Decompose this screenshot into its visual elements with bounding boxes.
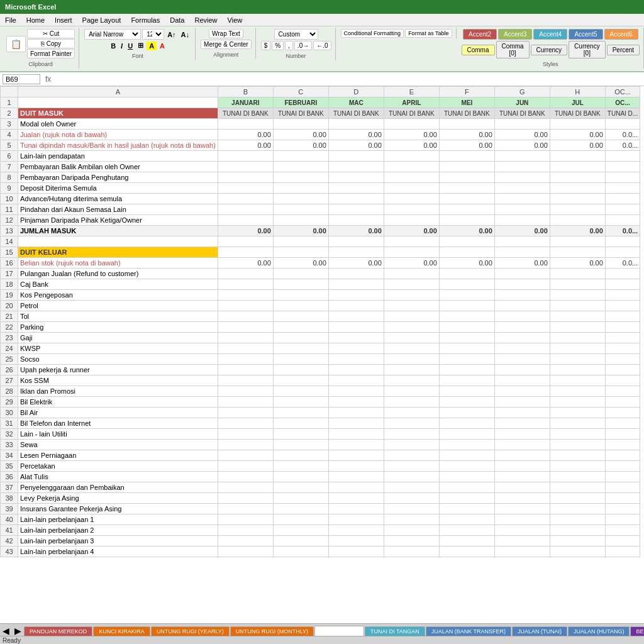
cell-a15[interactable]: DUIT KELUAR — [18, 247, 218, 258]
col-header-e[interactable]: E — [384, 87, 439, 97]
col-header-c[interactable]: C — [273, 87, 328, 97]
cell-b6[interactable] — [218, 151, 273, 162]
col-header-i[interactable]: OC... — [605, 87, 640, 97]
cell-c3[interactable] — [273, 119, 328, 130]
merge-center-btn[interactable]: Merge & Center — [201, 40, 252, 49]
cell-a2-header[interactable]: DUIT MASUK — [18, 108, 218, 119]
cell-d3[interactable] — [328, 119, 384, 130]
cell-i13[interactable]: 0.0... — [605, 226, 640, 236]
accent5-btn[interactable]: Accent5 — [569, 29, 602, 40]
cell-f2-sub[interactable]: TUNAI DI BANK — [439, 108, 494, 119]
conditional-formatting-btn[interactable]: Conditional Formatting — [341, 29, 404, 38]
spreadsheet-container[interactable]: A B C D E F G H OC... 1 JANUARI FEBRUARI… — [0, 86, 644, 623]
col-header-g[interactable]: G — [494, 87, 550, 97]
cell-f5[interactable]: 0.00 — [439, 140, 494, 151]
cell-i3[interactable] — [605, 119, 640, 130]
cell-b4[interactable]: 0.00 — [218, 130, 273, 140]
tab-tunai-di-tangan[interactable]: TUNAI DI TANGAN — [365, 626, 425, 636]
accent4-btn[interactable]: Accent4 — [533, 29, 567, 40]
cell-g4[interactable]: 0.00 — [494, 130, 550, 140]
cell-a9[interactable]: Deposit Diterima Semula — [18, 183, 218, 194]
cell-i2-sub[interactable]: TUNAI D... — [605, 108, 640, 119]
cell-e1-month[interactable]: APRIL — [384, 97, 439, 108]
italic-btn[interactable]: I — [119, 42, 125, 50]
cell-f16[interactable]: 0.00 — [439, 258, 494, 269]
decrease-decimal-btn[interactable]: ←.0 — [313, 41, 331, 50]
wrap-text-btn[interactable]: Wrap Text — [209, 29, 243, 38]
cell-c16[interactable]: 0.00 — [273, 258, 328, 269]
cell-g13[interactable]: 0.00 — [494, 226, 550, 236]
cell-b1-month[interactable]: JANUARI — [218, 97, 273, 108]
cell-h2-sub[interactable]: TUNAI DI BANK — [550, 108, 605, 119]
accent3-btn[interactable]: Accent3 — [498, 29, 532, 40]
cell-a10[interactable]: Advance/Hutang diterima semula — [18, 194, 218, 204]
cell-g1-month[interactable]: JUN — [494, 97, 550, 108]
menu-file[interactable]: File — [3, 15, 19, 25]
cell-f4[interactable]: 0.00 — [439, 130, 494, 140]
cell-f1-month[interactable]: MEI — [439, 97, 494, 108]
border-btn[interactable]: ⊞ — [136, 41, 145, 50]
cell-a11[interactable]: Pindahan dari Akaun Semasa Lain — [18, 204, 218, 215]
menu-formulas[interactable]: Formulas — [128, 15, 162, 25]
cell-i1-month[interactable]: OC... — [605, 97, 640, 108]
cell-g3[interactable] — [494, 119, 550, 130]
increase-font-btn[interactable]: A↑ — [165, 30, 177, 39]
cell-a13[interactable]: JUMLAH MASUK — [18, 226, 218, 236]
cell-i16[interactable]: 0.0... — [605, 258, 640, 269]
currency-btn[interactable]: Currency — [531, 45, 568, 55]
cell-d5[interactable]: 0.00 — [328, 140, 384, 151]
tab-panduan-merekod[interactable]: PANDUAN MEREKOD — [24, 626, 92, 636]
col-header-a[interactable]: A — [18, 87, 218, 97]
increase-decimal-btn[interactable]: .0→ — [294, 41, 312, 50]
paste-button[interactable]: 📋 — [6, 36, 26, 52]
cell-a1[interactable] — [18, 97, 218, 108]
fill-color-btn[interactable]: A — [147, 42, 157, 50]
cell-c13[interactable]: 0.00 — [273, 226, 328, 236]
cell-b3[interactable] — [218, 119, 273, 130]
menu-page-layout[interactable]: Page Layout — [80, 15, 124, 25]
tab-jualan-bank-transfer[interactable]: JUALAN (BANK TRANSFER) — [426, 626, 511, 636]
formula-input[interactable] — [56, 75, 641, 83]
tab-jualan-tunai[interactable]: JUALAN (TUNAI) — [512, 626, 567, 636]
tab-belian-harian[interactable]: BELIAN HARIAN — [630, 626, 644, 636]
cell-d13[interactable]: 0.00 — [328, 226, 384, 236]
cell-d1-month[interactable]: MAC — [328, 97, 384, 108]
cell-a4[interactable]: Jualan (rujuk nota di bawah) — [18, 130, 218, 140]
menu-insert[interactable]: Insert — [52, 15, 75, 25]
format-painter-button[interactable]: Format Painter — [27, 49, 75, 58]
cell-h13[interactable]: 0.00 — [550, 226, 605, 236]
percent-style-btn[interactable]: Percent — [607, 45, 640, 55]
accent2-btn[interactable]: Accent2 — [463, 29, 497, 40]
cell-a3[interactable]: Modal oleh Owner — [18, 119, 218, 130]
cell-h1-month[interactable]: JUL — [550, 97, 605, 108]
tab-nav-right[interactable]: ▶ — [12, 626, 24, 636]
col-header-f[interactable]: F — [439, 87, 494, 97]
font-color-btn[interactable]: A — [158, 42, 167, 50]
cell-a8[interactable]: Pembayaran Daripada Penghutang — [18, 172, 218, 183]
tab-jualan-hutang[interactable]: JUALAN (HUTANG) — [568, 626, 630, 636]
underline-btn[interactable]: U — [126, 42, 135, 50]
currency0-btn[interactable]: Currency [0] — [569, 41, 606, 58]
cell-h4[interactable]: 0.00 — [550, 130, 605, 140]
cell-b5[interactable]: 0.00 — [218, 140, 273, 151]
menu-data[interactable]: Data — [167, 15, 187, 25]
cell-a6[interactable]: Lain-lain pendapatan — [18, 151, 218, 162]
cell-c4[interactable]: 0.00 — [273, 130, 328, 140]
cell-d4[interactable]: 0.00 — [328, 130, 384, 140]
font-name-select[interactable]: Arial Narrow — [84, 29, 141, 40]
cell-e3[interactable] — [384, 119, 439, 130]
tab-akaun-bank[interactable]: AKAUN BANK — [314, 626, 364, 636]
cell-h5[interactable]: 0.00 — [550, 140, 605, 151]
cell-g5[interactable]: 0.00 — [494, 140, 550, 151]
tab-kunci-kirakira[interactable]: KUNCI KIRAKIRA — [93, 626, 150, 636]
col-header-b[interactable]: B — [218, 87, 273, 97]
cell-f13[interactable]: 0.00 — [439, 226, 494, 236]
cell-e13[interactable]: 0.00 — [384, 226, 439, 236]
cell-h3[interactable] — [550, 119, 605, 130]
cell-d16[interactable]: 0.00 — [328, 258, 384, 269]
cell-i5[interactable]: 0.0... — [605, 140, 640, 151]
menu-view[interactable]: View — [225, 15, 245, 25]
cell-reference-box[interactable] — [3, 74, 40, 84]
copy-button[interactable]: ⎘ Copy — [27, 39, 75, 48]
comma-shortcut-btn[interactable]: , — [285, 41, 293, 50]
